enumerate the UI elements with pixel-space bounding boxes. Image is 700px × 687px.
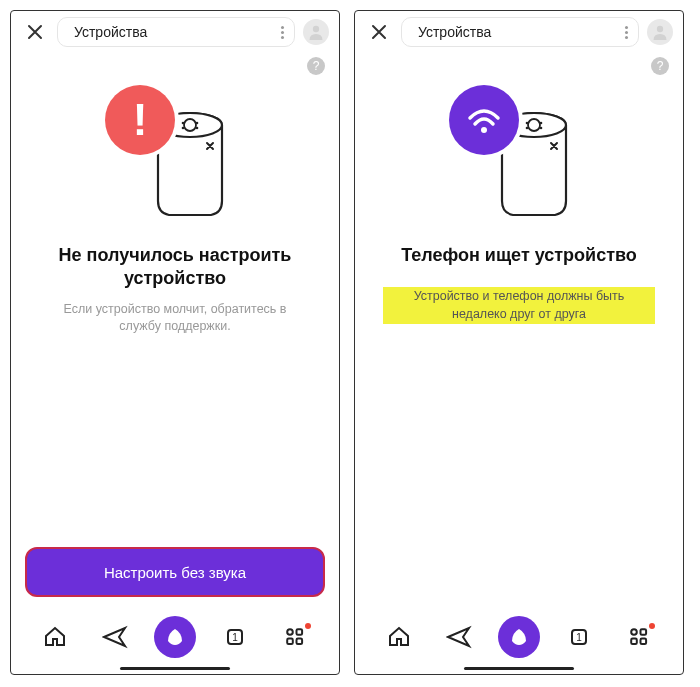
nav-home-icon[interactable] (33, 619, 77, 655)
close-icon[interactable] (21, 18, 49, 46)
svg-point-21 (526, 127, 529, 130)
content-area: ? ! Не получилось настроить устройство Е… (11, 53, 339, 547)
svg-point-6 (182, 127, 185, 130)
device-illustration: ! (105, 81, 245, 226)
content-area: ? Телефон ищет устройство Устройство и т… (355, 53, 683, 609)
nav-send-icon[interactable] (93, 619, 137, 655)
title-bar[interactable]: Устройства (57, 17, 295, 47)
help-icon[interactable]: ? (651, 57, 669, 75)
svg-rect-12 (287, 639, 293, 645)
notification-dot-icon (305, 623, 311, 629)
subtext: Если устройство молчит, обратитесь в слу… (39, 301, 311, 336)
kebab-menu-icon[interactable] (281, 26, 284, 39)
phone-screen-right: Устройства ? (354, 10, 684, 675)
primary-action-button[interactable]: Настроить без звука (25, 547, 325, 597)
heading: Телефон ищет устройство (401, 244, 637, 267)
bottom-nav: 1 (355, 609, 683, 667)
svg-point-22 (540, 127, 543, 130)
avatar[interactable] (647, 19, 673, 45)
nav-alice-button[interactable] (497, 619, 541, 655)
svg-rect-13 (297, 639, 303, 645)
svg-point-19 (526, 122, 529, 125)
page-title: Устройства (418, 24, 491, 40)
nav-tabs-icon[interactable]: 1 (213, 619, 257, 655)
gesture-bar (464, 667, 574, 670)
phone-screen-left: Устройства ? ! Не получилось (10, 10, 340, 675)
alice-icon (498, 616, 540, 658)
header: Устройства (355, 11, 683, 53)
bottom-nav: 1 (11, 609, 339, 667)
title-bar[interactable]: Устройства (401, 17, 639, 47)
svg-point-25 (631, 629, 637, 635)
svg-point-0 (313, 26, 319, 32)
svg-point-20 (540, 122, 543, 125)
nav-home-icon[interactable] (377, 619, 421, 655)
gesture-bar (120, 667, 230, 670)
device-illustration (449, 81, 589, 226)
alice-icon (154, 616, 196, 658)
kebab-menu-icon[interactable] (625, 26, 628, 39)
primary-action-label: Настроить без звука (104, 564, 246, 581)
svg-point-5 (196, 122, 199, 125)
svg-rect-27 (631, 639, 637, 645)
help-icon[interactable]: ? (307, 57, 325, 75)
wifi-badge-icon (449, 85, 519, 155)
avatar[interactable] (303, 19, 329, 45)
svg-rect-26 (641, 629, 647, 635)
nav-tabs-icon[interactable]: 1 (557, 619, 601, 655)
svg-point-14 (657, 26, 663, 32)
svg-rect-11 (297, 629, 303, 635)
header: Устройства (11, 11, 339, 53)
svg-text:1: 1 (576, 632, 582, 643)
svg-point-7 (196, 127, 199, 130)
svg-point-15 (481, 127, 487, 133)
error-badge-icon: ! (105, 85, 175, 155)
close-icon[interactable] (365, 18, 393, 46)
nav-apps-icon[interactable] (273, 619, 317, 655)
svg-rect-28 (641, 639, 647, 645)
heading: Не получилось настроить устройство (39, 244, 311, 291)
svg-point-4 (182, 122, 185, 125)
nav-alice-button[interactable] (153, 619, 197, 655)
nav-apps-icon[interactable] (617, 619, 661, 655)
notification-dot-icon (649, 623, 655, 629)
svg-point-10 (287, 629, 293, 635)
subtext: Устройство и телефон должны быть недалек… (383, 287, 655, 324)
svg-text:1: 1 (232, 632, 238, 643)
page-title: Устройства (74, 24, 147, 40)
nav-send-icon[interactable] (437, 619, 481, 655)
